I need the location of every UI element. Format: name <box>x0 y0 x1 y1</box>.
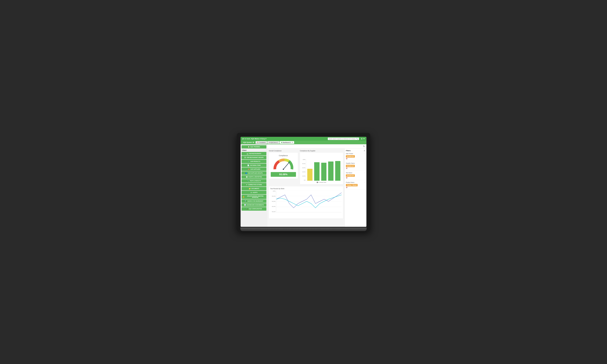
bar-col-3 <box>321 159 327 181</box>
bar-2 <box>314 162 319 181</box>
gauge-title: Compliance <box>271 155 296 156</box>
line-chart-svg <box>276 191 342 212</box>
test-results-title: Test Results By Week <box>270 188 342 190</box>
filter-btn-supplier-name[interactable]: Include all <box>346 165 355 167</box>
compliance-by-supplier-title: Compliance By Supplier <box>300 150 343 152</box>
filter-group-date-header: Date Tested ⋮ <box>346 153 365 155</box>
suppliers-icon: 🚚 <box>248 168 250 170</box>
filter-btn-date-tested[interactable]: Include all <box>346 155 355 158</box>
charts-icon: 🖼 <box>246 176 248 178</box>
search-box: 🔍 <box>328 138 359 140</box>
supplier-groups-icon: 👥 <box>245 172 247 174</box>
filter-btn-test-name[interactable]: Include all <box>346 174 355 177</box>
alerts-icon: ⚠ <box>251 192 252 193</box>
tab-dashboard-2[interactable]: Dashboard 2 ✕ <box>280 141 294 144</box>
training-icon: 📋 <box>248 146 250 148</box>
filter-group-supplier-header: Supplier Name ⋮ <box>346 162 365 164</box>
legend-dot <box>317 182 318 183</box>
sidebar-section-title: Client <box>242 149 266 152</box>
overall-compliance-title: Overall Compliance <box>269 150 298 152</box>
search-icon: 🔍 <box>356 138 358 140</box>
laptop-base <box>240 228 367 231</box>
sidebar-item-corrective-actions[interactable]: ✔ CORRECTIVE ACTIONS <box>242 183 266 186</box>
tab-aqa-demo-2[interactable]: AQA Demo 2 <box>267 141 279 144</box>
menu-items-icon: 📄 <box>247 164 249 166</box>
products-icon: 🛒 <box>248 160 250 162</box>
sidebar-item-aqa-configuration[interactable]: 🔨 AQA CONFIGURATION <box>242 207 266 211</box>
bar-legend: % Passed Tests <box>301 182 342 183</box>
sidebar-item-charts-reporting[interactable]: 🖼 CHARTS & REPORTING <box>242 175 266 179</box>
settings-icon[interactable]: ⚙ <box>252 142 254 143</box>
configuration-icon: 🔨 <box>246 208 248 210</box>
filter-label-supplier-name: Supplier Name <box>346 162 355 164</box>
dashboard-assignments-icon: 📊 <box>244 204 246 206</box>
bar-col-2 <box>314 159 319 181</box>
restaurant-groups-icon: ☰ <box>244 157 246 158</box>
sidebar-item-tests-results[interactable]: 🔧 TESTS & RESULTS <box>242 179 266 182</box>
bar-chart-box: 100% 80.0% 60.0% 40.0% 20.0% 0% <box>300 153 343 184</box>
grid-icon[interactable]: ⊞ ▼ <box>361 138 365 140</box>
filter-calendar-date[interactable]: 📅 <box>346 158 365 160</box>
filters-panel: Filters ↺ Date Tested ⋮ Include all 📅 <box>344 148 366 227</box>
sidebar-item-documents[interactable]: 📁 DOCUMENTS <box>242 187 266 190</box>
filter-calendar-product[interactable]: 📅 <box>346 187 365 188</box>
filter-group-date-tested: Date Tested ⋮ Include all 📅 <box>346 153 365 161</box>
gauge-value: 93.08% <box>271 172 296 177</box>
filter-expand-test[interactable]: ⋮ <box>364 172 365 174</box>
content-area: ↻ Overall Compliance Compliance <box>267 144 366 227</box>
bar-y-axis: 100% 80.0% 60.0% 40.0% 20.0% 0% <box>301 159 306 181</box>
bar-col-5 <box>335 159 340 181</box>
content-body: Overall Compliance Compliance <box>267 148 366 227</box>
filter-expand-supplier[interactable]: ⋮ <box>364 162 365 164</box>
bar-5 <box>335 161 340 181</box>
filter-group-supplier-name: Supplier Name ⋮ Include all 📅 <box>346 162 365 171</box>
svg-point-2 <box>289 161 290 162</box>
bar-col-1 <box>307 159 313 181</box>
sidebar-item-our-products[interactable]: 🛒 OUR PRODUCTS <box>242 160 266 163</box>
bar-1 <box>307 169 313 181</box>
gauge-container: Overall Compliance Compliance <box>269 150 298 179</box>
filter-btn-product-name[interactable]: Turkey - Sliced <box>346 184 358 186</box>
bar-4 <box>328 161 333 181</box>
line-y-axis: 100% 95.00% 90.00% 85.00% 80.00% <box>270 191 276 212</box>
documents-icon: 📁 <box>249 188 251 190</box>
filter-calendar-test[interactable]: 📅 <box>346 177 365 179</box>
filters-title: Filters <box>346 150 351 152</box>
filter-group-product-header: Product Name ⋮ <box>346 182 365 183</box>
nav-bar: AQA System ⚙ 🏠 Complaints AQA Demo 2 Das… <box>241 141 366 144</box>
filter-calendar-supplier[interactable]: 📅 <box>346 168 365 169</box>
filter-group-test-header: Test Name ⋮ <box>346 172 365 174</box>
sidebar-item-search-ingredient[interactable]: 🔍 SEARCH FOR INGREDIENT <box>242 199 266 203</box>
sidebar-item-our-supplier-groups[interactable]: 👥 OUR SUPPLIER GROUPS <box>242 171 266 175</box>
gauge-box: Compliance <box>269 153 298 179</box>
corrective-actions-icon: ✔ <box>246 184 247 186</box>
top-bar: QA is hard. AQA Makes it Easy.® 🔍 ⊞ ▼ <box>241 137 366 141</box>
tab-close-icon[interactable]: ✕ <box>292 142 293 143</box>
sidebar-item-specifications-awaiting[interactable]: 👍 SPECIFICATIONS AWAITING APPROVAL <box>242 195 266 199</box>
gauge-svg-wrapper <box>271 158 296 171</box>
content-header: ↻ <box>267 144 366 148</box>
sidebar-item-dashboard-assignments[interactable]: 📊 DASHBOARD ASSIGNMENTS <box>242 203 266 207</box>
search-ingredient-icon: 🔍 <box>245 200 247 202</box>
tab-complaints[interactable]: 🏠 Complaints <box>256 141 267 144</box>
filter-group-test-name: Test Name ⋮ Include all 📅 <box>346 172 365 180</box>
sidebar-item-our-restaurants[interactable]: ▬ OUR RESTAURANTS <box>242 152 266 156</box>
tab-dot-green <box>281 142 282 143</box>
filters-refresh-icon[interactable]: ↺ <box>364 150 365 152</box>
tests-icon: 🔧 <box>247 180 249 182</box>
refresh-button[interactable]: ↻ <box>363 145 365 148</box>
home-icon: 🏠 <box>257 142 258 143</box>
bar-3 <box>321 163 327 181</box>
bars-area <box>306 159 342 181</box>
filter-expand-date[interactable]: ⋮ <box>364 153 365 155</box>
sidebar-item-training[interactable]: 📋 AQA TRAINING <box>242 145 266 148</box>
filter-expand-product[interactable]: ⋮ <box>364 182 365 183</box>
sidebar-item-alerts[interactable]: ⚠ ALERTS <box>242 191 266 194</box>
app-title: QA is hard. AQA Makes it Easy.® <box>242 138 267 140</box>
bar-col-4 <box>328 159 333 181</box>
search-input[interactable] <box>329 138 356 140</box>
sidebar-item-our-restaurant-groups[interactable]: ☰ OUR RESTAURANT GROUPS <box>242 156 266 159</box>
sidebar-item-our-suppliers[interactable]: 🚚 OUR SUPPLIERS <box>242 168 266 171</box>
bar-chart-container: Compliance By Supplier 100% 80.0% 60.0% … <box>300 150 343 184</box>
sidebar-item-our-menu-items[interactable]: 📄 OUR MENU ITEMS <box>242 164 266 167</box>
